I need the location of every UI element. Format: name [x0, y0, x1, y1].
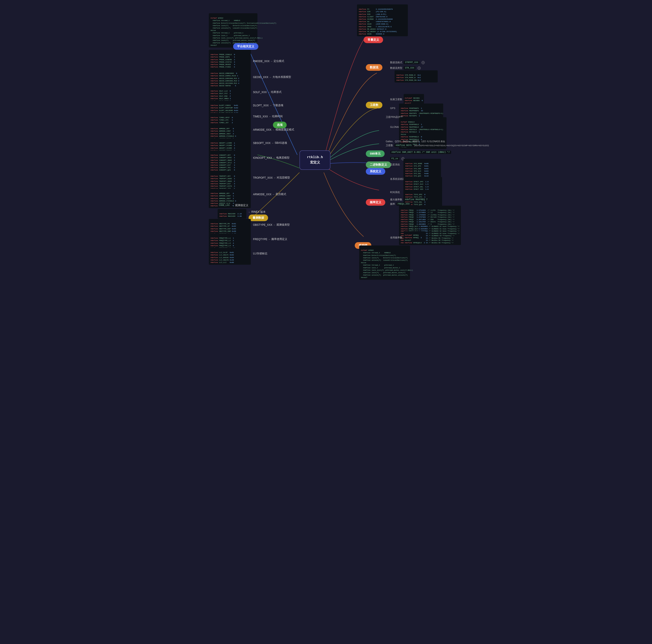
- options-label: 选项: [273, 122, 287, 128]
- main-canvas: rtklib.h 宏定义 #ifdef WIN32 #define thread…: [205, 0, 447, 310]
- constants-label: 常量定义: [363, 36, 383, 43]
- freqtype-label-row: FREQTYPE — 频率使用定义: [253, 237, 287, 241]
- data-format-label: 数据流格式: [390, 61, 402, 64]
- solf-label-row: SOLF_XXX — 结果形式: [253, 90, 281, 94]
- tropopt-label-row: TROPOPT_XXX — 对流层模型: [253, 176, 290, 180]
- ext-sat-row: 拓展卫星数 #ifndef NEXOBS #define NEXOBS 0 #e…: [390, 94, 424, 105]
- galileo-note: Galileo、QZSS、BeiDou、IRNSS、LEO 与 GLONASS …: [386, 139, 445, 143]
- freq-xxx-label: 频率 FREQx_XXX: [390, 203, 411, 206]
- center-title-line2: 宏定义: [305, 160, 325, 165]
- datastream-label: 数据流: [366, 64, 382, 71]
- lli-label-row: LLI失锁标志: [253, 252, 267, 256]
- time-sys-label: 时间系统: [390, 190, 400, 194]
- datastream-bubble: 数据流: [366, 64, 382, 71]
- options-bubble: 选项: [273, 122, 287, 128]
- armode2-label-row: ARMODE_XXX — 星历模式: [253, 192, 286, 196]
- sbsopt-label-row: SBSOPT_XXX — SBAS选项: [253, 141, 287, 145]
- obstype-label-row: OBSTYPE_XXX — 观测值类型: [253, 223, 290, 227]
- data-format-row: 数据流格式 STRFMT_XXX ①: [390, 61, 425, 64]
- rinex-label-row: — RINEX 版本: [249, 210, 266, 214]
- pmode-label-row: PMODE_XXX — 定位模式: [253, 59, 284, 63]
- measurement-bubble: 量测数据: [249, 215, 268, 221]
- positioning-label: 定位模式: [274, 59, 284, 63]
- tropopt-code: #define TROPOPT_OFF 0 #define TROPOPT_SA…: [209, 171, 251, 191]
- data-rw-code: #define STR_MODE_R 0x1 #define STR_MODE_…: [395, 70, 438, 82]
- satellites-bubble: 卫星数: [366, 102, 382, 108]
- binary-bubble: 二进制数定义: [366, 155, 391, 168]
- binary-label: 二进制数定义: [366, 161, 391, 168]
- constants-code: #define PI 3.14159265358979 #define D2R …: [357, 4, 408, 36]
- platform-label: 平台相关定义: [233, 43, 258, 50]
- platform-bubble: 平台相关定义: [233, 43, 258, 50]
- data-type-row: 数据流类型 STR_XXX ①: [390, 66, 420, 70]
- center-title-line1: rtklib.h: [305, 155, 325, 160]
- snr-code: #define SNR_UNIT 0.001 /* SNR unit (dBHz…: [390, 150, 451, 154]
- measurement-label: 量测数据: [249, 215, 268, 221]
- sat-sys-label: 卫星系统: [390, 163, 400, 166]
- binary-row: P2_xx ①: [390, 157, 405, 160]
- constants-bubble: 常量定义: [363, 36, 383, 43]
- used-freq-row: 使用频率数 #ifndef NFREQ #define NFREQ 3 #end…: [390, 231, 426, 244]
- freq-label: 频率定义: [366, 199, 385, 206]
- armode-label-row: ARMODE_XXX — 模糊度固定模式: [253, 128, 294, 132]
- freq-bubble: 频率定义: [366, 199, 385, 206]
- times-code: #define TIMES_GPST 0 #define TIMES_UTC 1…: [209, 113, 251, 125]
- center-node: rtklib.h 宏定义: [299, 151, 330, 170]
- lli-code: #define LLI_SLIP 0x01 #define LLI_HALFC …: [209, 248, 251, 265]
- times-label-row: TIMES_XXX — 结果时间: [253, 114, 283, 118]
- rinex-code: #define RNX2VER 2.10 #define RNX3VER 3.0…: [218, 209, 246, 219]
- gps-code: #define MINPRNGPS 1 #define MAXPRNGPS 32…: [399, 104, 443, 118]
- geoid-label-row: GEOID_XXX — 大地水准面模型: [253, 75, 291, 79]
- max-freq-row: 最大频率数 #define MAXFREQ 7: [390, 198, 429, 201]
- geoid-code: #define GEOID_EMBEDDED 0 #define GEOID_E…: [209, 69, 251, 88]
- platform-code: #ifdef WIN32 #define thread_t HANDLE #de…: [209, 13, 257, 48]
- mutex-code: #ifdef WIN32 #define thread_t HANDLE #de…: [359, 245, 410, 280]
- system-bubble: 系统定义: [366, 168, 385, 175]
- system-label: 系统定义: [366, 168, 385, 175]
- satellites-label: 卫星数: [366, 102, 382, 108]
- dlopt-label-row: DLOPT_XXX — 下载选项: [253, 104, 283, 107]
- ionoopt-label-row: IONOOPT_XXX — 电离层模型: [253, 156, 290, 160]
- sat-num-row: 卫星数 #define NSYS (NSYSGPS+NSYSGLO+NSYSGA…: [386, 144, 489, 147]
- code-lxx-row: CODE_LXX — 观测值定义: [218, 204, 248, 207]
- gps-label: GPS: [390, 106, 395, 110]
- data-type-label: 数据流类型: [390, 66, 402, 70]
